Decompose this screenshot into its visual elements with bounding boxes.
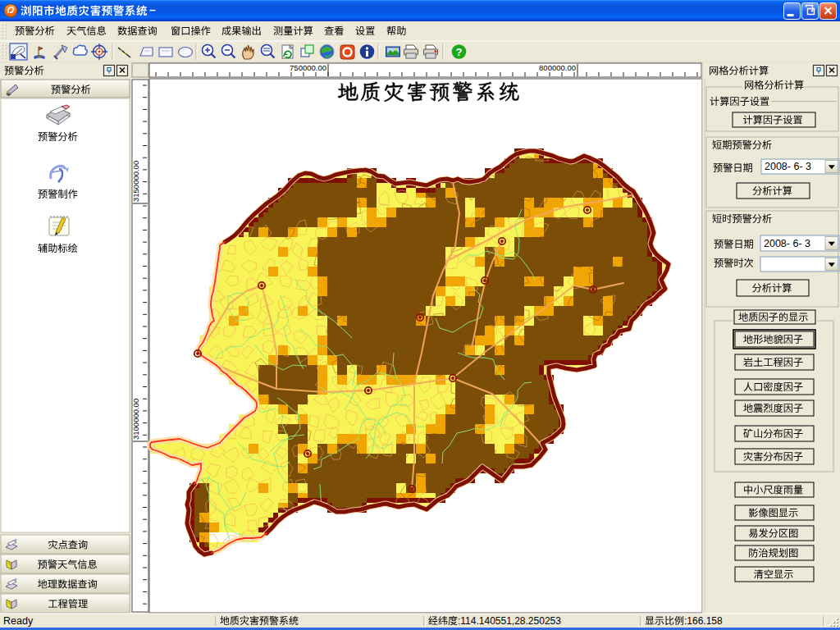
svg-text:–: – xyxy=(149,3,156,16)
svg-text::114.140551,28.250253: :114.140551,28.250253 xyxy=(458,615,561,627)
svg-text::166.158: :166.158 xyxy=(684,615,723,627)
svg-text:Ready: Ready xyxy=(3,615,34,627)
svg-text:3150000.00: 3150000.00 xyxy=(131,161,140,202)
svg-text:?: ? xyxy=(456,46,463,58)
svg-text:3100000.00: 3100000.00 xyxy=(131,399,140,440)
svg-text:800000.00: 800000.00 xyxy=(539,63,576,72)
svg-text:2008- 6- 3: 2008- 6- 3 xyxy=(765,161,811,172)
svg-text:2008- 6- 3: 2008- 6- 3 xyxy=(764,238,810,249)
svg-text:750000.00: 750000.00 xyxy=(290,63,326,72)
